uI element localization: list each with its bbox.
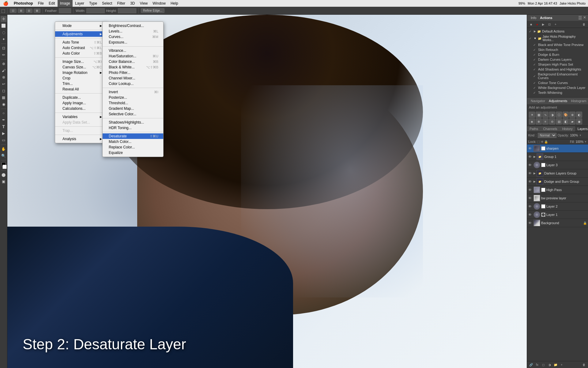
layer-delete-icon[interactable]: 🗑 [581,362,587,367]
group-expand-dodge-burn[interactable]: ▶ [533,180,536,183]
apple-menu[interactable]: 🍎 [0,1,11,6]
action-item-teeth-whitening[interactable]: ✓ Teeth Whitening [527,90,588,95]
menu-file[interactable]: File [36,0,46,7]
layer-adj-icon[interactable]: ◑ [547,362,552,367]
adj-color-lookup-icon[interactable]: ≡ [542,118,548,125]
menu-item-calculations[interactable]: Calculations... [55,106,107,111]
layer-row-layer3[interactable]: 👁 Layer 3 [527,161,588,169]
menu-filter[interactable]: Filter [115,0,128,7]
adj-match-color[interactable]: Match Color... [103,139,163,144]
layer-row-darken-group[interactable]: 👁 ▶ 📁 Darken Layers Group [527,169,588,178]
menu-item-mode[interactable]: Mode [55,23,107,29]
adj-color-lookup[interactable]: Color Lookup... [103,81,163,86]
layer-link-icon[interactable]: 🔗 [528,362,534,367]
pen-tool[interactable]: ✒ [1,117,7,123]
eye-group1[interactable]: 👁 [528,155,533,159]
action-play-icon[interactable]: ▶ [541,21,546,27]
eye-darken-group[interactable]: 👁 [528,171,533,175]
feather-input[interactable] [59,8,71,13]
eye-layer2[interactable]: 👁 [528,205,533,208]
eye-dodge-burn-group[interactable]: 👁 [528,180,533,183]
menu-item-analysis[interactable]: Analysis [55,136,107,142]
lock-all-icon[interactable]: 🔒 [544,140,548,144]
eye-sharpen[interactable]: 👁 [528,147,533,150]
tool-add-btn[interactable]: ⊞ [18,9,24,13]
menu-item-auto-color[interactable]: Auto Color ⇧⌘B [55,51,107,56]
quick-mask-tool[interactable]: ⬤ [1,172,7,178]
menu-item-variables[interactable]: Variables [55,114,107,120]
adj-color-balance[interactable]: Color Balance... ⌘B [103,59,163,64]
panel-close-icon[interactable]: ✕ [583,15,586,20]
menu-item-auto-tone[interactable]: Auto Tone ⇧⌘L [55,40,107,45]
adj-exposure[interactable]: Exposure... [103,40,163,45]
lock-move-icon[interactable]: ✛ [541,140,543,144]
menu-item-reveal-all[interactable]: Reveal All [55,86,107,92]
adj-hue-saturation[interactable]: Hue/Saturation... ⌘U [103,53,163,59]
tab-layers[interactable]: Layers [575,126,588,132]
tab-info[interactable]: Info [529,15,538,20]
menu-item-image-size[interactable]: Image Size... ⌥⌘I [55,59,107,64]
tab-history[interactable]: History [560,126,575,132]
group-expand-darken[interactable]: ▶ [533,172,536,175]
adj-posterize[interactable]: Posterize... [103,95,163,100]
adj-gradient-map[interactable]: Gradient Map... [103,106,163,111]
refine-edge-btn[interactable]: Refine Edge... [141,8,164,13]
menu-edit[interactable]: Edit [46,0,58,7]
adj-exposure-icon[interactable]: ◑ [549,112,555,118]
menu-window[interactable]: Window [150,0,168,7]
adj-photo-filter-icon[interactable]: ◈ [529,118,535,125]
magic-wand-tool[interactable]: ✦ [1,36,7,42]
action-stop-icon[interactable]: ■ [528,21,534,27]
action-item-add-shadows[interactable]: ✓ Add Shadows and Highlights [527,67,588,72]
eraser-tool[interactable]: ◻ [1,88,7,94]
move-tool[interactable]: ✛ [1,16,7,22]
action-new-set-icon[interactable]: ⊡ [547,21,552,27]
action-record-icon[interactable]: ● [534,21,540,27]
adj-levels[interactable]: Levels... ⌘L [103,29,163,34]
adj-brightness-icon[interactable]: ☀ [529,112,535,118]
adj-replace-color[interactable]: Replace Color... [103,144,163,150]
adj-selective-color[interactable]: Selective Color... [103,111,163,117]
path-select-tool[interactable]: ▶ [1,130,7,136]
marquee-tool[interactable]: ⬜ [1,23,7,29]
eye-layer3[interactable]: 👁 [528,163,533,167]
layer-row-layer1[interactable]: 👁 Layer 1 [527,211,588,219]
eye-bw-preview[interactable]: 👁 [528,196,533,200]
layer-style-icon[interactable]: fx [534,362,540,367]
adj-levels-icon[interactable]: ▦ [536,112,542,118]
action-new-action-icon[interactable]: + [553,21,558,27]
adj-desaturate[interactable]: Desaturate ⇧⌘U [103,133,163,139]
lasso-tool[interactable]: ◌ [1,29,7,36]
menu-3d[interactable]: 3D [128,0,137,7]
adj-photo-filter[interactable]: Photo Filter... [103,70,163,75]
action-group-default-header[interactable]: ✓ ▶ 📁 Default Actions [527,29,588,34]
history-brush-tool[interactable]: ↩ [1,81,7,87]
histogram-tab[interactable]: Histogram [569,98,588,103]
action-item-white-bg-check[interactable]: ✓ White Background Check Layer [527,85,588,90]
menu-item-trim[interactable]: Trim... [55,81,107,86]
blur-tool[interactable]: ◉ [1,101,7,107]
adj-color-balance-icon[interactable]: ⊕ [569,112,575,118]
adj-vibrance[interactable]: Vibrance... [103,48,163,53]
clone-tool[interactable]: ⊗ [1,74,7,80]
adj-shadows-highlights[interactable]: Shadows/Highlights... [103,120,163,125]
eye-background[interactable]: 👁 [528,221,533,225]
gradient-tool[interactable]: ▦ [1,94,7,101]
layer-row-layer2[interactable]: 👁 Layer 2 [527,202,588,211]
adj-threshold[interactable]: Threshold... [103,100,163,106]
menu-item-adjustments[interactable]: Adjustments [55,31,107,37]
action-item-skin-retouch[interactable]: ✓ Skin Retouch [527,47,588,52]
menu-select[interactable]: Select [100,0,115,7]
tool-subtract-btn[interactable]: ⊟ [26,9,32,13]
tab-channels[interactable]: Channels [541,126,560,132]
adj-posterize-icon[interactable]: ▤ [556,118,562,125]
action-item-bg-enhancement[interactable]: ✓ Background Enhancement Curves [527,72,588,80]
hand-tool[interactable]: ✋ [1,146,7,152]
text-tool[interactable]: T [1,124,7,130]
shape-tool[interactable]: ▭ [1,137,7,143]
menu-item-duplicate[interactable]: Duplicate... [55,95,107,100]
tool-mode-btn[interactable]: ⊡ [10,9,17,13]
menu-layer[interactable]: Layer [73,0,87,7]
action-item-darken-curves[interactable]: ✓ Darken Curves Layers [527,57,588,62]
layer-group-icon[interactable]: 📁 [553,362,558,367]
